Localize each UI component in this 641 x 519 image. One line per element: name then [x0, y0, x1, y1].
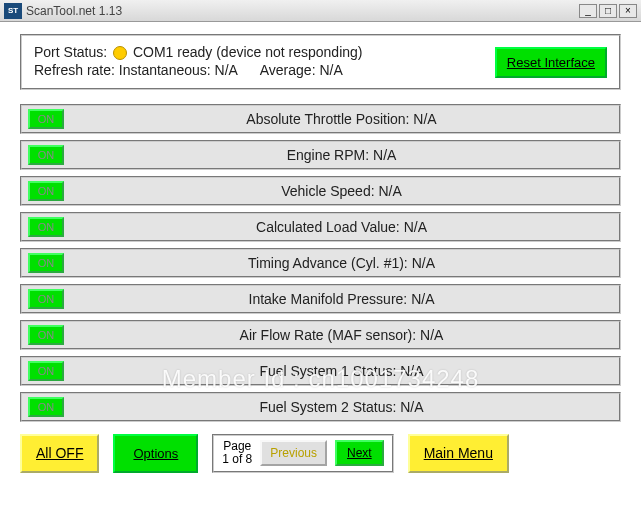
- sensor-label: Fuel System 2 Status: N/A: [64, 399, 619, 415]
- next-button[interactable]: Next: [335, 440, 384, 466]
- sensor-row: ONEngine RPM: N/A: [20, 140, 621, 170]
- sensor-label: Absolute Throttle Position: N/A: [64, 111, 619, 127]
- on-toggle-button[interactable]: ON: [28, 145, 64, 165]
- sensor-value: N/A: [420, 327, 443, 343]
- refresh-rate-label: Refresh rate:: [34, 62, 115, 78]
- maximize-button[interactable]: □: [599, 4, 617, 18]
- on-toggle-button[interactable]: ON: [28, 361, 64, 381]
- sensor-label: Vehicle Speed: N/A: [64, 183, 619, 199]
- on-toggle-button[interactable]: ON: [28, 217, 64, 237]
- sensor-value: N/A: [373, 147, 396, 163]
- sensor-row: ONFuel System 1 Status: N/A: [20, 356, 621, 386]
- sensor-label: Timing Advance (Cyl. #1): N/A: [64, 255, 619, 271]
- previous-button[interactable]: Previous: [260, 440, 327, 466]
- port-status-label: Port Status:: [34, 44, 107, 60]
- sensor-value: N/A: [400, 399, 423, 415]
- app-icon: ST: [4, 3, 22, 19]
- sensor-label: Intake Manifold Pressure: N/A: [64, 291, 619, 307]
- instantaneous-value: N/A: [215, 62, 238, 78]
- sensor-label: Calculated Load Value: N/A: [64, 219, 619, 235]
- on-toggle-button[interactable]: ON: [28, 397, 64, 417]
- sensor-row: ONAbsolute Throttle Position: N/A: [20, 104, 621, 134]
- on-toggle-button[interactable]: ON: [28, 181, 64, 201]
- on-toggle-button[interactable]: ON: [28, 289, 64, 309]
- on-toggle-button[interactable]: ON: [28, 253, 64, 273]
- all-off-button[interactable]: All OFF: [20, 434, 99, 472]
- sensor-row: ONFuel System 2 Status: N/A: [20, 392, 621, 422]
- sensor-label: Fuel System 1 Status: N/A: [64, 363, 619, 379]
- minimize-button[interactable]: _: [579, 4, 597, 18]
- sensor-row: ONIntake Manifold Pressure: N/A: [20, 284, 621, 314]
- status-text: Port Status: COM1 ready (device not resp…: [34, 44, 495, 80]
- pagination-panel: Page 1 of 8 Previous Next: [212, 434, 393, 472]
- status-indicator-icon: [113, 46, 127, 60]
- close-button[interactable]: ×: [619, 4, 637, 18]
- sensor-row: ONVehicle Speed: N/A: [20, 176, 621, 206]
- sensor-value: N/A: [413, 111, 436, 127]
- options-button[interactable]: Options: [113, 434, 198, 472]
- sensor-value: N/A: [400, 363, 423, 379]
- sensor-row: ONAir Flow Rate (MAF sensor): N/A: [20, 320, 621, 350]
- window-controls: _ □ ×: [579, 4, 637, 18]
- sensor-value: N/A: [404, 219, 427, 235]
- on-toggle-button[interactable]: ON: [28, 325, 64, 345]
- window-title: ScanTool.net 1.13: [26, 4, 579, 18]
- titlebar: ST ScanTool.net 1.13 _ □ ×: [0, 0, 641, 22]
- reset-interface-button[interactable]: Reset Interface: [495, 47, 607, 78]
- sensor-row: ONTiming Advance (Cyl. #1): N/A: [20, 248, 621, 278]
- on-toggle-button[interactable]: ON: [28, 109, 64, 129]
- sensor-label: Air Flow Rate (MAF sensor): N/A: [64, 327, 619, 343]
- instantaneous-label: Instantaneous:: [119, 62, 211, 78]
- main-menu-button[interactable]: Main Menu: [408, 434, 509, 472]
- sensor-value: N/A: [412, 255, 435, 271]
- average-value: N/A: [319, 62, 342, 78]
- sensor-row: ONCalculated Load Value: N/A: [20, 212, 621, 242]
- sensor-value: N/A: [378, 183, 401, 199]
- footer-bar: All OFF Options Page 1 of 8 Previous Nex…: [20, 434, 621, 472]
- page-indicator: Page 1 of 8: [222, 440, 252, 466]
- port-status-value: COM1 ready (device not responding): [133, 44, 363, 60]
- sensor-value: N/A: [411, 291, 434, 307]
- content-area: Port Status: COM1 ready (device not resp…: [0, 22, 641, 485]
- sensor-label: Engine RPM: N/A: [64, 147, 619, 163]
- status-panel: Port Status: COM1 ready (device not resp…: [20, 34, 621, 90]
- average-label: Average:: [260, 62, 316, 78]
